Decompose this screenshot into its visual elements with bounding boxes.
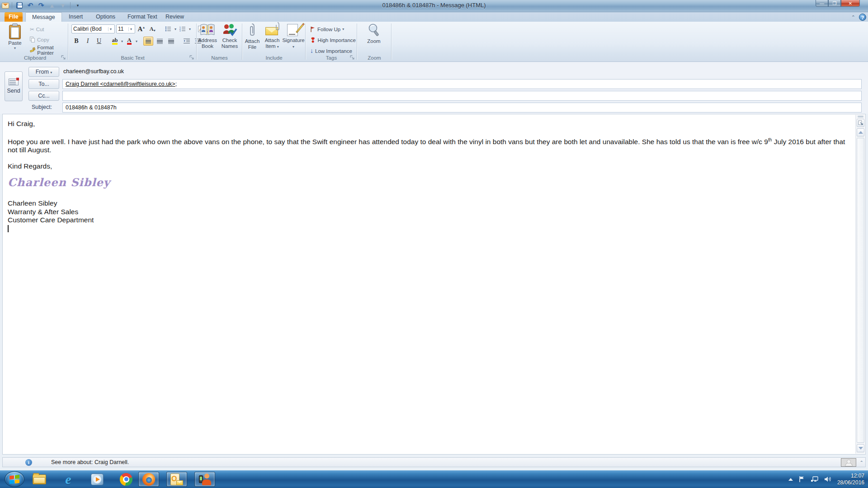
to-button[interactable]: To... (28, 79, 59, 89)
italic-button[interactable]: I (83, 37, 93, 46)
align-left-button[interactable] (143, 37, 153, 46)
zoom-button[interactable]: Zoom (362, 23, 386, 53)
copy-button[interactable]: Copy (29, 35, 68, 44)
script-signature: Charleen Sibley (8, 178, 852, 187)
taskbar-outlook-button[interactable]: O (166, 472, 187, 487)
taskbar-media-player-button[interactable] (87, 472, 108, 487)
tab-insert[interactable]: Insert (62, 12, 89, 22)
taskbar-contacts-app-button[interactable] (194, 472, 215, 487)
volume-icon[interactable] (824, 476, 832, 483)
taskbar-explorer-button[interactable] (29, 472, 50, 487)
minimize-button[interactable]: — (816, 0, 828, 7)
taskbar: e O 12:07 28/06/2016 (0, 470, 868, 488)
svg-text:3: 3 (179, 30, 181, 32)
align-right-icon (168, 39, 174, 44)
dropdown-caret: ▾ (128, 27, 133, 31)
taskbar-firefox-button[interactable] (138, 472, 159, 487)
format-painter-button[interactable]: Format Painter (29, 45, 68, 55)
align-center-button[interactable] (155, 37, 165, 46)
grow-font-button[interactable]: A▲ (137, 24, 146, 33)
from-button[interactable]: From ▾ (28, 67, 59, 77)
tab-file[interactable]: File (5, 12, 23, 22)
basic-text-dialog-launcher-icon[interactable] (189, 55, 194, 60)
send-button[interactable]: Send (5, 71, 23, 101)
restore-button[interactable]: ❐ (828, 0, 841, 7)
shrink-font-button[interactable]: A▼ (148, 24, 158, 33)
minimize-ribbon-icon[interactable]: ⌃ (851, 14, 855, 20)
paste-icon (9, 25, 21, 39)
attach-file-button[interactable]: AttachFile (242, 23, 262, 53)
action-center-flag-icon[interactable] (798, 476, 805, 483)
clock-date: 28/06/2016 (837, 479, 864, 486)
taskbar-internet-explorer-button[interactable]: e (58, 472, 79, 487)
firefox-icon (142, 473, 155, 486)
attach-item-button[interactable]: AttachItem ▾ (262, 23, 282, 53)
vertical-scrollbar[interactable] (855, 115, 865, 454)
browse-object-button[interactable] (857, 119, 864, 127)
decrease-indent-button[interactable] (182, 37, 192, 46)
dropdown-caret[interactable]: ▾ (136, 39, 137, 43)
bold-button[interactable]: B (71, 37, 81, 46)
window-title: 018486h & 018487h - Message (HTML) (0, 2, 868, 9)
people-pane-collapse-icon[interactable]: ⌃ (860, 460, 863, 465)
scroll-up-icon (859, 131, 863, 134)
people-pane[interactable]: i See more about: Craig Darnell. ⌃ (2, 457, 866, 467)
subject-label: Subject: (32, 104, 59, 110)
to-recipient[interactable]: Craig Darnell <cdarnell@swiftleisure.co.… (66, 81, 175, 87)
ribbon-tab-row: File Message Insert Options Format Text … (0, 12, 868, 22)
clipboard-dialog-launcher-icon[interactable] (61, 55, 66, 60)
help-icon[interactable]: ? (859, 14, 866, 21)
high-importance-button[interactable]: ❢ High Importance (309, 35, 357, 45)
numbering-button[interactable]: 123 (178, 24, 188, 33)
system-tray: 12:07 28/06/2016 (788, 470, 868, 488)
check-names-button[interactable]: CheckNames (217, 23, 242, 53)
font-size-combo[interactable]: 11▾ (116, 24, 135, 33)
to-field[interactable]: Craig Darnell <cdarnell@swiftleisure.co.… (62, 79, 862, 89)
signature-icon (287, 23, 300, 37)
underline-button[interactable]: U (94, 37, 104, 46)
tab-message[interactable]: Message (25, 12, 62, 22)
cc-field[interactable] (62, 91, 862, 101)
follow-up-button[interactable]: Follow Up▾ (309, 24, 357, 34)
align-right-button[interactable] (166, 37, 176, 46)
subject-field[interactable]: 018486h & 018487h (62, 103, 862, 113)
signature-button[interactable]: Signature▾ (282, 23, 305, 53)
paste-button[interactable]: Paste ▾ (3, 23, 27, 53)
scrollbar-thumb[interactable] (857, 138, 864, 443)
tab-review[interactable]: Review (159, 12, 190, 22)
tags-dialog-launcher-icon[interactable] (350, 55, 355, 60)
dropdown-caret[interactable]: ▾ (175, 27, 176, 31)
scroll-down-button[interactable] (857, 444, 864, 452)
network-icon[interactable] (811, 476, 819, 483)
start-button[interactable] (5, 471, 24, 487)
taskbar-chrome-button[interactable] (116, 472, 137, 487)
tab-format-text[interactable]: Format Text (121, 12, 164, 22)
text-cursor (8, 225, 9, 232)
message-body[interactable]: Hi Craig, Hope you are well. I have just… (2, 114, 866, 455)
font-name-combo[interactable]: Calibri (Bod▾ (71, 24, 115, 33)
contact-avatar[interactable] (841, 458, 856, 467)
clipboard-group: Paste ▾ ✂Cut Copy Format Painter Clipboa… (2, 22, 68, 61)
media-player-icon (91, 474, 104, 485)
highlight-icon: ab (112, 38, 118, 45)
low-importance-icon: ↓ (310, 48, 313, 54)
message-body-text[interactable]: Hi Craig, Hope you are well. I have just… (8, 120, 852, 233)
low-importance-button[interactable]: ↓ Low Importance (309, 46, 357, 56)
splitter-handle[interactable] (858, 116, 863, 117)
text-highlight-button[interactable]: ab (110, 37, 120, 46)
address-book-button[interactable]: AddressBook (195, 23, 220, 53)
cc-button[interactable]: Cc... (28, 91, 59, 101)
bullets-button[interactable] (163, 24, 173, 33)
dropdown-caret[interactable]: ▾ (121, 39, 123, 43)
cut-button[interactable]: ✂Cut (29, 24, 68, 34)
tab-options[interactable]: Options (90, 12, 122, 22)
show-hidden-icons-button[interactable] (788, 478, 793, 481)
dropdown-caret[interactable]: ▾ (189, 27, 191, 31)
taskbar-clock[interactable]: 12:07 28/06/2016 (837, 473, 864, 486)
font-color-button[interactable]: A (124, 37, 134, 46)
scroll-down-icon (859, 447, 863, 450)
scroll-up-button[interactable] (857, 128, 864, 136)
include-group: AttachFile AttachItem ▾ Signature▾ Inclu… (242, 22, 306, 61)
close-button[interactable]: ✕ (841, 0, 860, 7)
align-center-icon (157, 39, 163, 44)
